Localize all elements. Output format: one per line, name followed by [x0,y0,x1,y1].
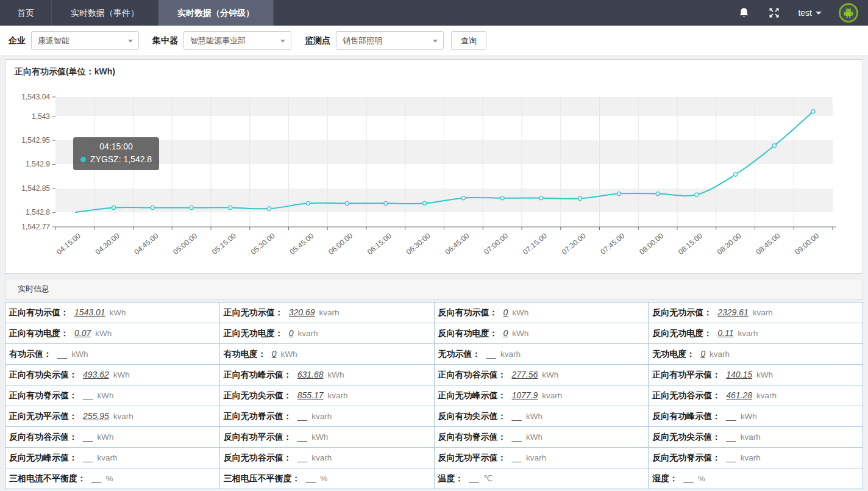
svg-text:1,542.8: 1,542.8 [26,208,50,217]
cell-unit: kWh [512,329,528,338]
cell-value: __ [512,453,522,462]
cell-value: __ [469,473,480,483]
info-cell: 正向无功尖示值：855.17kvarh [219,385,434,406]
table-row: 反向有功谷示值：__kWh反向有功平示值：__kWh反向有功脊示值：__kWh反… [5,427,863,448]
cell-value: 320.69 [289,307,315,317]
cell-unit: kWh [328,370,344,379]
cell-unit: kWh [98,432,114,442]
svg-text:07:45:00: 07:45:00 [599,231,627,256]
filter-bar: 企业 康派智能 集中器 智慧能源事业部 监测点 销售部照明 查询 [0,26,868,56]
svg-text:05:30:00: 05:30:00 [249,231,277,256]
cell-value: __ [83,432,93,442]
cell-value: 140.15 [726,370,752,379]
cell-unit: kvarh [741,453,761,462]
tab-1[interactable]: 实时数据（事件） [52,0,158,26]
cell-label: 反向无功示值： [652,307,712,317]
info-cell: 正向无功平示值：255.95kvarh [5,406,220,427]
tab-0[interactable]: 首页 [0,0,52,26]
cell-value: 0 [289,328,294,338]
svg-text:05:15:00: 05:15:00 [210,231,238,256]
cell-unit: kvarh [311,453,332,462]
cell-value: __ [83,453,93,462]
chevron-down-icon [280,40,285,43]
android-avatar[interactable] [839,3,858,23]
table-row: 正向有功尖示值：493.62kWh正向有功峰示值：631.68kWh正向有功谷示… [5,365,863,385]
cell-value: 1077.9 [512,390,538,400]
cell-unit: kWh [526,432,542,442]
svg-text:05:45:00: 05:45:00 [288,231,316,256]
cell-label: 湿度： [652,473,678,483]
cell-unit: kWh [311,432,328,442]
cell-value: 461.28 [726,390,752,400]
cell-label: 反向无功脊示值： [652,453,720,462]
cell-label: 反向有功示值： [438,307,498,317]
info-cell: 反向有功电度：0kWh [434,323,649,344]
cell-unit: kvarh [298,329,318,338]
enterprise-select[interactable]: 康派智能 [31,31,139,50]
top-navbar: 首页实时数据（事件）实时数据（分钟级） test [0,0,868,26]
cell-label: 反向无功平示值： [438,453,507,462]
cell-value: __ [726,432,736,442]
cell-label: 正向无功脊示值： [224,411,292,421]
svg-text:07:15:00: 07:15:00 [521,231,549,256]
info-cell: 反向有功脊示值：__kWh [434,427,649,448]
cell-unit: kWh [542,370,558,379]
cell-unit: kvarh [98,453,118,462]
cell-unit: kvarh [500,349,521,359]
svg-text:08:00:00: 08:00:00 [638,231,665,256]
cell-label: 三相电压不平衡度： [224,473,301,483]
svg-text:05:00:00: 05:00:00 [171,231,199,256]
concentrator-select[interactable]: 智慧能源事业部 [183,31,291,50]
user-menu[interactable]: test [798,8,822,18]
svg-text:1,542.77: 1,542.77 [21,223,50,231]
table-row: 有功示值：__kWh有功电度：0kWh无功示值：__kvarh无功电度：0kva… [5,344,863,365]
cell-label: 正向无功尖示值： [224,390,292,400]
tab-2[interactable]: 实时数据（分钟级） [158,0,274,26]
info-cell: 反向有功谷示值：__kWh [5,427,220,448]
monitor-point-label: 监测点 [305,35,330,46]
info-cell: 温度：__℃ [434,468,649,489]
cell-value: 0.07 [74,328,91,338]
concentrator-label: 集中器 [152,35,178,46]
cell-label: 反向无功谷示值： [224,453,292,462]
info-cell: 湿度：__% [649,468,863,489]
cell-label: 三相电流不平衡度： [9,473,86,483]
monitor-point-select[interactable]: 销售部照明 [336,31,444,50]
cell-unit: kvarh [738,329,758,338]
cell-unit: kvarh [710,349,730,359]
svg-text:1,543.04: 1,543.04 [21,93,50,101]
cell-label: 反向无功尖示值： [652,432,720,442]
cell-unit: kvarh [113,412,133,421]
cell-label: 正向无功平示值： [9,411,77,421]
cell-value: __ [297,411,308,421]
cell-unit: kWh [512,308,528,317]
bell-icon[interactable] [737,6,750,20]
fullscreen-icon[interactable] [767,6,781,20]
cell-label: 正向有功尖示值： [9,370,77,379]
svg-text:07:00:00: 07:00:00 [482,231,510,256]
cell-value: __ [512,432,522,442]
tooltip-series-value: ZYGSZ: 1,542.8 [90,153,152,166]
info-cell: 反向无功峰示值：__kvarh [5,448,220,468]
info-cell: 反向无功电度：0.11kvarh [649,323,863,344]
info-cell: 反向无功谷示值：__kvarh [219,448,434,468]
cell-label: 反向有功电度： [438,328,498,338]
cell-label: 正向无功谷示值： [652,390,720,400]
query-button[interactable]: 查询 [451,31,486,50]
svg-text:08:45:00: 08:45:00 [755,231,782,256]
info-cell: 正向有功尖示值：493.62kWh [5,365,220,385]
series-dot-icon [80,157,86,162]
cell-unit: kWh [756,370,773,379]
cell-value: __ [297,453,308,462]
svg-text:06:30:00: 06:30:00 [405,231,432,256]
table-row: 正向无功平示值：255.95kvarh正向无功脊示值：__kvarh反向有功尖示… [5,406,863,427]
svg-text:1,542.85: 1,542.85 [21,184,50,193]
info-cell: 反向无功示值：2329.61kvarh [649,303,863,323]
cell-unit: kvarh [319,308,340,317]
svg-text:08:30:00: 08:30:00 [716,231,743,256]
cell-label: 正向无功峰示值： [438,390,507,400]
info-cell: 无功电度：0kvarh [649,344,863,365]
cell-unit: kWh [110,308,126,317]
table-row: 正向有功示值：1543.01kWh正向无功示值：320.69kvarh反向有功示… [5,303,863,323]
svg-text:06:45:00: 06:45:00 [444,231,471,256]
